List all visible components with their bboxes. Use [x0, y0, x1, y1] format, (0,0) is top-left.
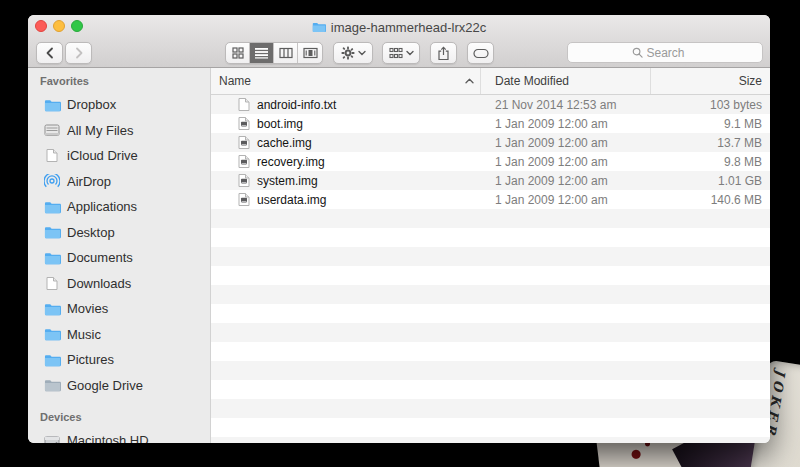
arrange-grid-icon — [389, 47, 403, 60]
sidebar-item-icloud-drive[interactable]: iCloud Drive — [28, 143, 210, 169]
tag-icon — [473, 48, 489, 59]
file-date-modified: 1 Jan 2009 12:00 am — [480, 193, 650, 207]
airdrop-icon — [43, 173, 61, 189]
window-title: image-hammerhead-lrx22c — [331, 20, 486, 35]
column-view-button[interactable] — [274, 43, 298, 63]
sidebar-item-documents[interactable]: Documents — [28, 245, 210, 271]
name-column-label: Name — [219, 74, 251, 88]
file-size: 103 bytes — [650, 98, 770, 112]
icloud-drive-icon — [43, 148, 61, 164]
file-date-modified: 1 Jan 2009 12:00 am — [480, 155, 650, 169]
sidebar-item-label: All My Files — [67, 123, 133, 138]
downloads-icon — [43, 275, 61, 291]
sidebar-item-airdrop[interactable]: AirDrop — [28, 169, 210, 195]
file-date-modified: 1 Jan 2009 12:00 am — [480, 174, 650, 188]
share-button[interactable] — [430, 42, 457, 64]
column-header-date-modified[interactable]: Date Modified — [480, 68, 650, 94]
share-icon — [437, 46, 450, 61]
search-input[interactable] — [647, 46, 699, 60]
sidebar-item-label: Documents — [67, 250, 133, 265]
column-header-size[interactable]: Size — [650, 68, 770, 94]
file-row[interactable]: system.img 1 Jan 2009 12:00 am 1.01 GB — [211, 171, 770, 190]
file-size: 13.7 MB — [650, 136, 770, 150]
file-name: cache.img — [257, 136, 312, 150]
sidebar-item-label: Desktop — [67, 225, 115, 240]
file-list: Name Date Modified Size an — [211, 68, 770, 443]
sidebar-section-header: Devices — [28, 407, 210, 428]
finder-window: image-hammerhead-lrx22c — [28, 15, 770, 443]
file-row[interactable]: userdata.img 1 Jan 2009 12:00 am 140.6 M… — [211, 190, 770, 209]
file-rows: android-info.txt 21 Nov 2014 12:53 am 10… — [211, 95, 770, 443]
folder-icon — [312, 21, 326, 33]
file-row[interactable]: recovery.img 1 Jan 2009 12:00 am 9.8 MB — [211, 152, 770, 171]
file-row[interactable]: cache.img 1 Jan 2009 12:00 am 13.7 MB — [211, 133, 770, 152]
desktop-folder-icon — [43, 224, 61, 240]
disk-image-icon — [238, 173, 252, 189]
icon-view-button[interactable] — [226, 43, 250, 63]
sidebar-item-label: Movies — [67, 301, 108, 316]
disk-image-icon — [238, 116, 252, 132]
file-name: userdata.img — [257, 193, 326, 207]
list-view-icon — [255, 47, 268, 59]
sort-ascending-icon — [465, 78, 474, 84]
gear-icon — [341, 46, 355, 60]
sidebar-section-devices: Devices Macintosh HD — [28, 407, 210, 443]
sidebar-item-all-my-files[interactable]: All My Files — [28, 118, 210, 144]
file-name: android-info.txt — [257, 98, 336, 112]
sidebar-item-dropbox[interactable]: Dropbox — [28, 92, 210, 118]
action-menu-button[interactable] — [333, 42, 373, 64]
date-column-label: Date Modified — [495, 74, 569, 88]
window-chrome: image-hammerhead-lrx22c — [28, 15, 770, 68]
sidebar-item-label: Pictures — [67, 352, 114, 367]
file-size: 140.6 MB — [650, 193, 770, 207]
documents-folder-icon — [43, 250, 61, 266]
disk-image-icon — [238, 154, 252, 170]
sidebar-item-music[interactable]: Music — [28, 322, 210, 348]
toolbar — [28, 42, 770, 64]
pictures-folder-icon — [43, 352, 61, 368]
file-size: 9.8 MB — [650, 155, 770, 169]
dropbox-folder-icon — [43, 97, 61, 113]
sidebar-item-label: Music — [67, 327, 101, 342]
sidebar-section-header: Favorites — [28, 71, 210, 92]
music-folder-icon — [43, 326, 61, 342]
sidebar-item-label: Downloads — [67, 276, 131, 291]
sidebar-item-label: AirDrop — [67, 174, 111, 189]
sidebar-item-label: Google Drive — [67, 378, 143, 393]
tag-button[interactable] — [467, 42, 494, 64]
forward-button[interactable] — [65, 42, 92, 64]
sidebar-item-desktop[interactable]: Desktop — [28, 220, 210, 246]
sidebar-item-pictures[interactable]: Pictures — [28, 347, 210, 373]
file-row[interactable]: boot.img 1 Jan 2009 12:00 am 9.1 MB — [211, 114, 770, 133]
sidebar-item-label: Macintosh HD — [67, 433, 149, 443]
coverflow-view-button[interactable] — [298, 43, 322, 63]
magnifier-icon — [632, 47, 643, 58]
file-size: 1.01 GB — [650, 174, 770, 188]
sidebar-item-movies[interactable]: Movies — [28, 296, 210, 322]
file-row[interactable]: android-info.txt 21 Nov 2014 12:53 am 10… — [211, 95, 770, 114]
sidebar-item-downloads[interactable]: Downloads — [28, 271, 210, 297]
hard-disk-icon — [43, 433, 61, 443]
coverflow-view-icon — [303, 47, 318, 59]
sidebar-item-label: Dropbox — [67, 97, 116, 112]
back-button[interactable] — [36, 42, 63, 64]
view-switcher — [225, 42, 323, 64]
google-drive-folder-icon — [43, 377, 61, 393]
sidebar-item-google-drive[interactable]: Google Drive — [28, 373, 210, 399]
file-name: system.img — [257, 174, 318, 188]
movies-folder-icon — [43, 301, 61, 317]
list-view-button[interactable] — [250, 43, 274, 63]
arrange-menu-button[interactable] — [382, 42, 420, 64]
size-column-label: Size — [739, 74, 762, 88]
file-date-modified: 21 Nov 2014 12:53 am — [480, 98, 650, 112]
search-field[interactable] — [567, 42, 763, 63]
sidebar-item-applications[interactable]: Applications — [28, 194, 210, 220]
column-header-name[interactable]: Name — [211, 74, 480, 88]
chevron-down-icon — [358, 50, 366, 56]
text-file-icon — [238, 97, 252, 113]
sidebar-section-favorites: Favorites Dropbox All My Files iCloud Dr… — [28, 71, 210, 398]
back-chevron-icon — [45, 47, 55, 59]
file-name: recovery.img — [257, 155, 325, 169]
disk-image-icon — [238, 192, 252, 208]
sidebar-item-macintosh-hd[interactable]: Macintosh HD — [28, 428, 210, 443]
